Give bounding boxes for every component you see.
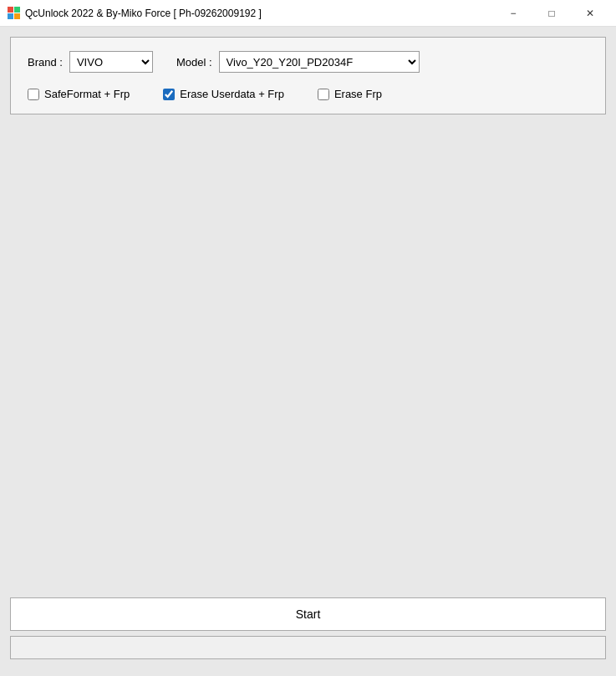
close-button[interactable]: ✕ [571, 0, 609, 27]
erase-userdata-checkbox[interactable] [163, 89, 175, 100]
safe-format-checkbox-item[interactable]: SafeFormat + Frp [28, 88, 130, 100]
bottom-area: Start [10, 597, 606, 666]
app-icon [7, 7, 20, 20]
erase-frp-checkbox[interactable] [318, 89, 329, 100]
erase-userdata-checkbox-item[interactable]: Erase Userdata + Frp [163, 88, 284, 100]
model-label: Model : [176, 56, 212, 69]
status-bar [10, 636, 606, 659]
checkbox-row: SafeFormat + Frp Erase Userdata + Frp Er… [28, 88, 588, 100]
title-bar: QcUnlock 2022 & By-Miko Force [ Ph-09262… [0, 0, 616, 27]
safe-format-checkbox[interactable] [28, 89, 39, 100]
brand-select[interactable]: VIVO [69, 51, 153, 73]
top-panel: Brand : VIVO Model : Vivo_Y20_Y20I_PD203… [10, 37, 606, 114]
erase-userdata-label: Erase Userdata + Frp [180, 88, 284, 100]
start-button[interactable]: Start [10, 597, 606, 631]
main-content: Brand : VIVO Model : Vivo_Y20_Y20I_PD203… [0, 27, 616, 676]
window-controls: − □ ✕ [494, 0, 609, 27]
brand-model-row: Brand : VIVO Model : Vivo_Y20_Y20I_PD203… [28, 51, 588, 73]
window-title: QcUnlock 2022 & By-Miko Force [ Ph-09262… [25, 8, 494, 19]
model-select[interactable]: Vivo_Y20_Y20I_PD2034F [219, 51, 420, 73]
minimize-button[interactable]: − [494, 0, 532, 27]
spacer [10, 125, 606, 597]
erase-frp-label: Erase Frp [334, 88, 382, 100]
safe-format-label: SafeFormat + Frp [44, 88, 130, 100]
brand-label: Brand : [28, 56, 63, 69]
maximize-button[interactable]: □ [532, 0, 571, 27]
erase-frp-checkbox-item[interactable]: Erase Frp [318, 88, 382, 100]
